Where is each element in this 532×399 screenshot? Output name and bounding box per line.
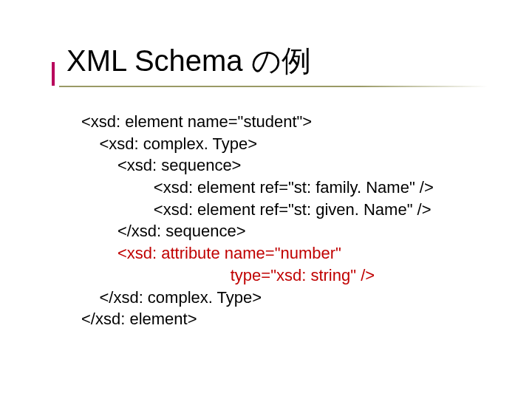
code-line: <xsd: complex. Type> [81,134,257,153]
slide: XML Schema の例 <xsd: element name="studen… [0,0,532,399]
code-line: <xsd: sequence> [81,156,241,174]
code-line: <xsd: element name="student"> [81,112,312,131]
slide-title: XML Schema の例 [66,44,311,77]
code-line: <xsd: element ref="st: family. Name" /> [81,178,434,197]
code-line-attribute: <xsd: attribute name="number" [81,244,341,262]
code-line: <xsd: element ref="st: given. Name" /> [81,200,432,219]
title-underline [59,86,488,87]
code-line: </xsd: sequence> [81,222,246,240]
title-accent-bar [52,62,55,86]
code-block: <xsd: element name="student"> <xsd: comp… [81,111,434,330]
code-line-attribute: type="xsd: string" /> [81,266,375,284]
code-line: </xsd: element> [81,310,197,328]
code-line: </xsd: complex. Type> [81,288,262,307]
